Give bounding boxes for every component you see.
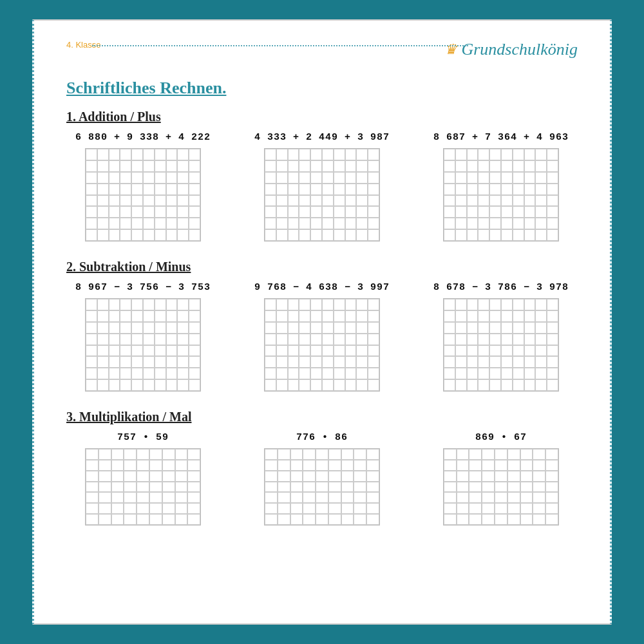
grid-cell <box>265 184 276 195</box>
grid-cell <box>155 195 166 207</box>
grid-cell <box>265 310 276 322</box>
grid-cell <box>482 492 495 503</box>
grid-cell <box>86 503 99 514</box>
subtraction-problem-text-3: 8 678 − 3 786 − 3 978 <box>433 282 569 293</box>
grid-cell <box>478 184 489 195</box>
grid-cell <box>143 310 155 322</box>
grid-cell <box>455 160 467 172</box>
grid-cell <box>265 460 278 471</box>
grid-cell <box>368 356 379 368</box>
grid-cell <box>524 379 536 391</box>
grid-cell <box>109 195 120 207</box>
grid-cell <box>444 149 455 160</box>
grid-cell <box>97 334 109 345</box>
grid-cell <box>189 334 200 345</box>
grid-cell <box>155 149 166 160</box>
grid-cell <box>131 345 143 357</box>
grid-cell <box>489 379 501 391</box>
subtraction-grid-1 <box>85 298 201 392</box>
grid-cell <box>334 184 345 195</box>
grid-cell <box>547 184 558 195</box>
grid-cell <box>109 334 120 345</box>
grid-cell <box>120 379 131 391</box>
grid-cell <box>478 356 489 368</box>
grid-cell <box>482 503 495 514</box>
grid-cell <box>547 299 558 310</box>
grid-cell <box>299 310 310 322</box>
grid-cell <box>299 206 310 218</box>
grid-cell <box>501 356 513 368</box>
grid-cell <box>120 322 131 334</box>
grid-cell <box>120 184 131 195</box>
grid-cell <box>368 149 379 160</box>
grid-cell <box>265 471 278 482</box>
grid-cell <box>131 368 143 379</box>
grid-cell <box>322 345 334 357</box>
grid-cell <box>455 368 467 379</box>
grid-cell <box>501 229 513 241</box>
grid-cell <box>356 299 368 310</box>
grid-cell <box>334 172 345 184</box>
grid-cell <box>166 229 178 241</box>
grid-cell <box>533 503 545 514</box>
grid-cell <box>469 492 482 503</box>
grid-cell <box>303 471 316 482</box>
grid-cell <box>316 482 328 493</box>
grid-cell <box>495 514 507 525</box>
grid-cell <box>187 471 200 482</box>
addition-problem-text-1: 6 880 + 9 338 + 4 222 <box>75 132 211 143</box>
grid-cell <box>345 299 357 310</box>
subtraction-problem-1: 8 967 − 3 756 − 3 753 <box>66 282 220 392</box>
grid-cell <box>334 356 345 368</box>
grid-cell <box>131 195 143 207</box>
grid-cell <box>507 482 520 493</box>
grid-cell <box>97 172 109 184</box>
grid-cell <box>303 449 316 460</box>
grid-cell <box>495 449 507 460</box>
grid-cell <box>166 334 178 345</box>
grid-cell <box>366 471 379 482</box>
grid-cell <box>341 503 354 514</box>
grid-cell <box>334 322 345 334</box>
grid-cell <box>99 449 111 460</box>
grid-cell <box>109 172 120 184</box>
grid-cell <box>457 471 469 482</box>
grid-cell <box>366 482 379 493</box>
grid-cell <box>111 449 124 460</box>
grid-cell <box>356 195 368 207</box>
grid-cell <box>495 492 507 503</box>
grid-cell <box>545 460 558 471</box>
main-title: Schriftliches Rechnen. <box>66 79 578 98</box>
grid-cell <box>278 482 290 493</box>
grid-cell <box>478 368 489 379</box>
grid-cell <box>341 482 354 493</box>
grid-cell <box>124 449 137 460</box>
grid-cell <box>345 218 357 229</box>
grid-cell <box>345 356 357 368</box>
grid-cell <box>97 299 109 310</box>
grid-cell <box>469 482 482 493</box>
grid-cell <box>166 299 178 310</box>
grid-cell <box>482 514 495 525</box>
grid-cell <box>356 356 368 368</box>
grid-cell <box>131 310 143 322</box>
grid-cell <box>276 160 288 172</box>
grid-cell <box>175 482 188 493</box>
grid-cell <box>524 160 536 172</box>
grid-cell <box>111 471 124 482</box>
grid-cell <box>356 379 368 391</box>
grid-cell <box>356 345 368 357</box>
grid-cell <box>131 229 143 241</box>
section-title-multiplication: 3. Multiplikation / Mal <box>66 410 578 424</box>
grid-cell <box>137 471 149 482</box>
grid-cell <box>354 514 366 525</box>
grid-cell <box>444 449 457 460</box>
multiplication-problem-text-2: 776 • 86 <box>296 432 348 443</box>
grid-cell <box>131 299 143 310</box>
grid-cell <box>455 184 467 195</box>
grid-cell <box>478 334 489 345</box>
grid-cell <box>444 322 455 334</box>
grid-cell <box>501 379 513 391</box>
grid-cell <box>143 356 155 368</box>
grid-cell <box>513 229 524 241</box>
